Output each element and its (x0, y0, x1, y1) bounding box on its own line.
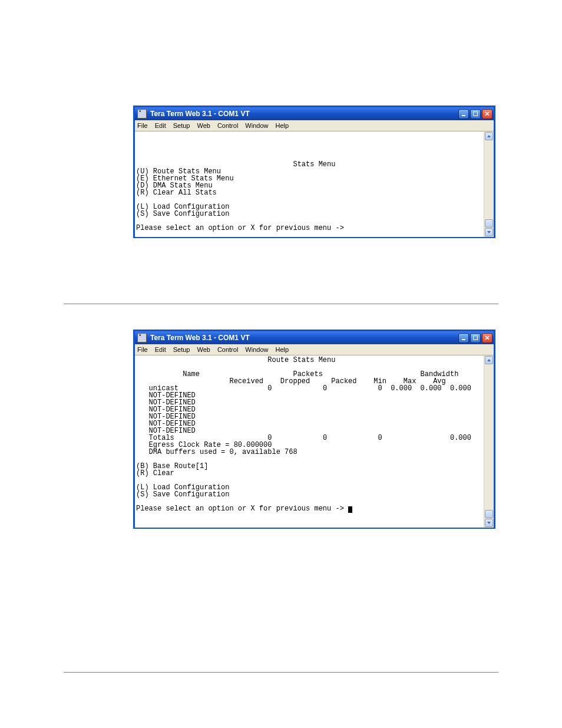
scroll-up-button[interactable] (485, 356, 493, 364)
prompt-line: Please select an option or X for previou… (136, 224, 344, 232)
svg-rect-3 (474, 336, 478, 340)
minimize-button[interactable] (458, 109, 469, 119)
scroll-down-button[interactable] (485, 519, 493, 527)
terminal-window-1: Tera Term Web 3.1 - COM1 VT File Edit Se… (133, 106, 495, 238)
vertical-scrollbar[interactable] (484, 131, 494, 237)
window-controls (458, 109, 494, 119)
window-title: Tera Term Web 3.1 - COM1 VT (150, 110, 250, 118)
vertical-scrollbar[interactable] (484, 355, 494, 528)
menu-file[interactable]: File (137, 346, 148, 353)
window-title: Tera Term Web 3.1 - COM1 VT (150, 334, 250, 342)
opt-line: (R) Clear All Stats (136, 189, 217, 197)
menu-setup[interactable]: Setup (173, 122, 190, 129)
opt-line: (S) Save Configuration (136, 210, 229, 218)
app-icon (137, 333, 147, 342)
menu-control[interactable]: Control (217, 122, 238, 129)
titlebar[interactable]: Tera Term Web 3.1 - COM1 VT (135, 331, 494, 344)
title-line: Route Stats Menu (136, 356, 335, 364)
scroll-thumb[interactable] (485, 510, 493, 518)
scroll-thumb[interactable] (485, 219, 493, 228)
window-controls (458, 333, 494, 343)
opt-line: (S) Save Configuration (136, 490, 229, 499)
cursor-icon (348, 506, 352, 513)
menu-web[interactable]: Web (197, 346, 210, 353)
maximize-button[interactable] (470, 109, 481, 119)
opt-line: (R) Clear (136, 469, 174, 477)
menu-help[interactable]: Help (275, 346, 289, 353)
scroll-track[interactable] (485, 141, 493, 228)
menu-edit[interactable]: Edit (155, 122, 166, 129)
divider (64, 304, 498, 304)
info-line: DMA buffers used = 0, available 768 (136, 448, 297, 456)
close-button[interactable] (482, 333, 492, 343)
svg-rect-1 (474, 112, 478, 116)
scroll-down-button[interactable] (485, 228, 493, 236)
menu-setup[interactable]: Setup (173, 346, 190, 353)
scroll-up-button[interactable] (485, 132, 493, 140)
svg-rect-2 (462, 339, 465, 340)
terminal-area[interactable]: Route Stats Menu Name Packets Bandwidth … (135, 355, 484, 528)
menu-help[interactable]: Help (275, 122, 289, 129)
maximize-button[interactable] (470, 333, 481, 343)
close-button[interactable] (482, 109, 492, 119)
prompt-line: Please select an option or X for previou… (136, 505, 352, 513)
menu-window[interactable]: Window (245, 122, 268, 129)
menu-web[interactable]: Web (197, 122, 210, 129)
terminal-window-2: Tera Term Web 3.1 - COM1 VT File Edit Se… (133, 330, 495, 529)
terminal-area[interactable]: Stats Menu (U) Route Stats Menu (E) Ethe… (135, 131, 484, 237)
menu-edit[interactable]: Edit (155, 346, 166, 353)
menu-control[interactable]: Control (217, 346, 238, 353)
divider (64, 672, 498, 673)
minimize-button[interactable] (458, 333, 469, 343)
menubar: File Edit Setup Web Control Window Help (135, 344, 494, 355)
app-icon (137, 109, 147, 118)
titlebar[interactable]: Tera Term Web 3.1 - COM1 VT (135, 107, 494, 120)
menu-window[interactable]: Window (245, 346, 268, 353)
scroll-track[interactable] (485, 365, 493, 518)
menubar: File Edit Setup Web Control Window Help (135, 120, 494, 131)
svg-rect-0 (462, 115, 465, 116)
menu-file[interactable]: File (137, 122, 148, 129)
